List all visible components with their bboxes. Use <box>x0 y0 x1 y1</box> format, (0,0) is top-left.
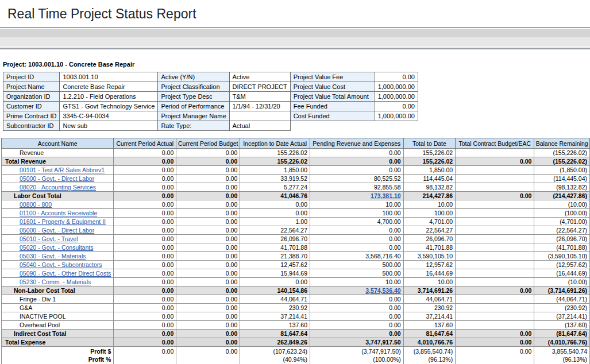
value-cell: 0.00 <box>114 226 176 235</box>
account-name-cell: Overhead Pool <box>2 321 114 330</box>
value-cell: (22,564.27) <box>534 226 590 235</box>
value-cell: 114,445.04 <box>403 175 456 183</box>
value-cell: 230.92 <box>240 304 310 312</box>
column-header: Current Period Budget <box>176 138 240 149</box>
info-value <box>229 111 290 121</box>
account-link[interactable]: 05020 - Govt. - Consultants <box>20 244 93 251</box>
account-link[interactable]: 05040 - Govt. - Subcontractors <box>20 261 102 268</box>
info-value: 0.00 <box>375 102 418 111</box>
info-label: Project Value Total Amount <box>290 92 375 102</box>
profit-value-cell: (107,623.24)(40.94%) <box>240 347 310 364</box>
info-label: Project Type Desc <box>158 92 229 102</box>
value-cell: 3,590,105.10 <box>403 252 456 261</box>
account-name-cell: 05230 - Comm. - Materials <box>2 278 114 286</box>
account-name-cell: Total Revenue <box>2 157 114 166</box>
header-row: Account NameCurrent Period ActualCurrent… <box>2 138 590 149</box>
value-cell: 41,701.88 <box>403 243 456 252</box>
status-table: Account NameCurrent Period ActualCurrent… <box>1 138 590 364</box>
account-name-cell: Revenue <box>2 149 114 157</box>
value-cell: 0.00 <box>114 338 176 347</box>
account-link[interactable]: 05230 - Comm. - Materials <box>20 278 91 285</box>
profit-value: (96.13%) <box>537 355 587 363</box>
account-link[interactable]: 00101 - Test A/R Sales Abbrev1 <box>20 166 105 173</box>
value-cell: 0.00 <box>114 183 176 192</box>
info-label: Project Value Fee <box>290 72 375 82</box>
value-cell <box>456 321 534 330</box>
value-cell: 0.00 <box>310 157 404 166</box>
value-cell <box>456 235 534 243</box>
info-label: Subcontractor ID <box>3 121 60 131</box>
value-cell <box>456 226 534 235</box>
info-label: Rate Type: <box>158 121 229 131</box>
profit-value-cell: 0.00 <box>176 347 240 364</box>
value-cell: (4,701.00) <box>534 218 590 226</box>
account-name-cell: INACTIVE POOL <box>2 312 114 321</box>
account-name-cell: 00101 - Test A/R Sales Abbrev1 <box>2 166 114 175</box>
account-link[interactable]: 05000 - Govt. - Direct Labor <box>20 175 94 182</box>
pending-amount-link[interactable]: 173,381.10 <box>371 192 401 199</box>
value-cell: 0.00 <box>114 157 176 166</box>
value-cell: 22,564.27 <box>403 226 456 235</box>
value-cell: 0.00 <box>176 312 240 321</box>
account-link[interactable]: 01100 - Accounts Receivable <box>20 210 97 216</box>
profit-label-cell: Profit $Profit % <box>2 347 114 364</box>
account-link[interactable]: 01601 - Property & Equipment II <box>20 218 106 225</box>
value-cell: 0.00 <box>456 157 534 166</box>
value-cell: 0.00 <box>310 321 404 330</box>
profit-value: (40.94%) <box>242 355 307 363</box>
value-cell: 100.00 <box>403 209 456 218</box>
value-cell: 5,277.24 <box>240 183 310 192</box>
account-name-cell: Fringe - Div 1 <box>2 295 114 304</box>
value-cell: 16,444.69 <box>403 269 456 278</box>
table-row: 08020 - Accounting Services0.000.005,277… <box>2 183 590 192</box>
value-cell <box>456 304 534 312</box>
profit-value: 3,855,540.74 <box>537 347 587 355</box>
value-cell: 92,855.58 <box>310 183 404 192</box>
column-header: Account Name <box>2 138 114 149</box>
value-cell: 0.00 <box>114 295 176 304</box>
info-label: Project Value Cost <box>290 82 375 92</box>
table-row: 05010 - Govt. - Travel0.000.0026,096.700… <box>2 235 590 243</box>
value-cell: (12,957.62) <box>534 261 590 269</box>
account-link[interactable]: 08020 - Accounting Services <box>20 184 96 191</box>
value-cell <box>456 166 534 175</box>
value-cell: (98,132.82) <box>534 183 590 192</box>
value-cell: 0.00 <box>456 286 534 295</box>
value-cell: 0.00 <box>176 330 240 338</box>
value-cell: 0.00 <box>176 338 240 347</box>
account-name-cell: 08020 - Accounting Services <box>2 183 114 192</box>
account-link[interactable]: 05000 - Govt. - Direct Labor <box>20 227 94 234</box>
value-cell <box>456 200 534 209</box>
value-cell: 0.00 <box>456 338 534 347</box>
info-value: 1,000,000.00 <box>375 82 418 92</box>
value-cell: 0.00 <box>310 226 404 235</box>
profit-row: Profit $Profit %0.000.00(107,623.24)(40.… <box>2 347 590 364</box>
project-header: Project: 1003.001.10 - Concrete Base Rep… <box>3 61 590 68</box>
info-label: Cost Funded <box>290 111 375 121</box>
value-cell: 10.00 <box>310 200 404 209</box>
value-cell: (100.00) <box>534 209 590 218</box>
account-link[interactable]: 00800 - 800 <box>20 201 52 208</box>
column-header: Total Contract Budget/EAC <box>456 138 534 149</box>
value-cell: (155,226.02) <box>534 149 590 157</box>
account-link[interactable]: 05090 - Govt. - Other Direct Costs <box>20 270 111 277</box>
account-name-cell: 00800 - 800 <box>2 200 114 209</box>
value-cell: (44,064.71) <box>534 295 590 304</box>
profit-label: Profit $ <box>4 347 111 355</box>
value-cell: 10.00 <box>403 278 456 286</box>
value-cell: 44,064.71 <box>403 295 456 304</box>
value-cell: 0.00 <box>176 218 240 226</box>
value-cell <box>456 261 534 269</box>
pending-amount-link[interactable]: 3,574,536.40 <box>365 287 400 294</box>
value-cell: 0.00 <box>176 192 240 200</box>
value-cell: (1,850.00) <box>534 166 590 175</box>
value-cell <box>456 312 534 321</box>
value-cell: 0.00 <box>114 304 176 312</box>
value-cell: 0.00 <box>114 175 176 183</box>
profit-value: 0.00 <box>116 347 173 355</box>
account-link[interactable]: 05030 - Govt. - Materials <box>20 253 86 260</box>
profit-value: 0.00 <box>458 347 531 355</box>
account-link[interactable]: 05010 - Govt. - Travel <box>20 235 78 242</box>
profit-value: (100.00%) <box>313 355 401 363</box>
value-cell: 81,647.64 <box>403 330 456 338</box>
